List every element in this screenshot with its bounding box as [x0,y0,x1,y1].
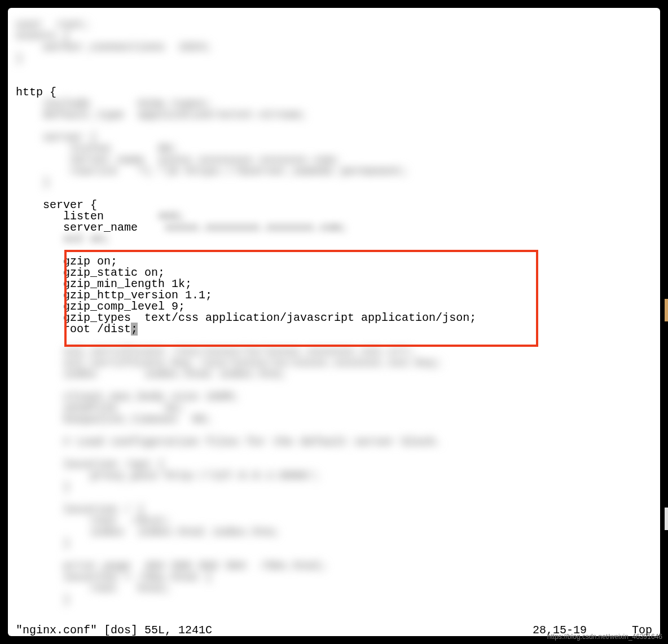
blurred-http-1: include mime.types; default_type applica… [16,98,652,121]
listen-value-blur: 443; [104,211,185,222]
gzip-types: gzip_types text/css application/javascri… [16,312,652,324]
blank-line [16,335,652,346]
http-open: http { [16,87,652,98]
listen-line: listen 443; [16,211,652,222]
gzip-static: gzip_static on; [16,267,652,279]
blurred-bottom: ssl_certificate /xxx/xxxxx/xx/xxxxx.xxxx… [16,346,652,606]
blank-line [16,64,652,76]
status-filename: "nginx.conf" [dos] 55L, 1241C [16,625,212,636]
watermark: https://blog.csdn.net/weixin_46391646 [547,633,662,641]
blank-line [16,245,652,256]
gzip-http-version: gzip_http_version 1.1; [16,290,652,301]
ssl-line-blur: ssl on; [16,233,652,245]
gzip-on: gzip on; [16,256,652,267]
gzip-min-length: gzip_min_length 1k; [16,279,652,290]
root-directive: root /dist [16,323,131,336]
blurred-http-2: server { listen 80; server_name xxxxx.xx… [16,132,652,188]
cursor-icon: ; [131,323,138,336]
server-name-line: server_name xxxxx.xxxxxxxx.xxxxxxx.com; [16,222,652,233]
edge-decoration [665,299,668,321]
blank-line [16,76,652,87]
blurred-top: user root; events { worker_connections 1… [16,19,652,64]
server-name-value-blur: xxxxx.xxxxxxxx.xxxxxxx.com; [138,222,348,233]
gzip-comp-level: gzip_comp_level 9; [16,301,652,312]
root-line: root /dist; [16,324,652,335]
edge-decoration [665,508,668,530]
blank-line [16,121,652,132]
blank-line [16,188,652,200]
ssl-blur: ssl on; [16,233,111,245]
editor-window: user root; events { worker_connections 1… [8,8,660,636]
server-open: server { [16,200,652,211]
